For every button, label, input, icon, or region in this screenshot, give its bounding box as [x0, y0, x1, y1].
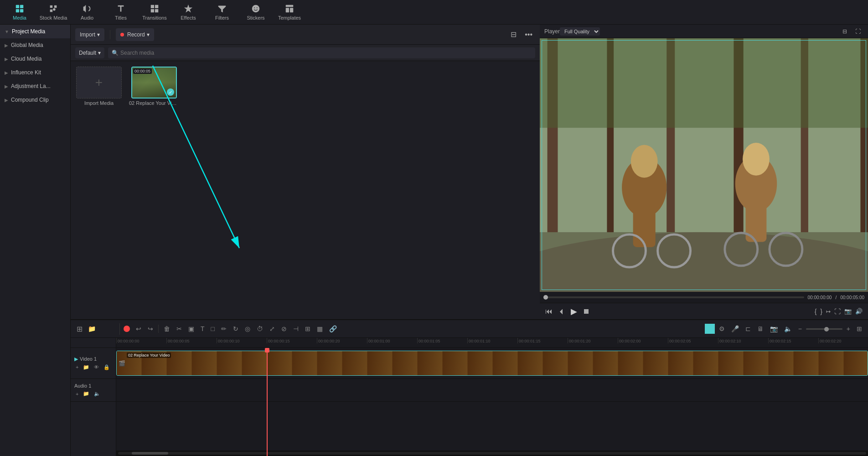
filter-icon-button[interactable]: ⊟: [508, 29, 519, 40]
link-button[interactable]: 🔗: [327, 324, 339, 334]
text-button[interactable]: T: [198, 324, 207, 334]
record-button[interactable]: Record ▾: [116, 28, 154, 41]
time-button[interactable]: ⏱: [254, 324, 265, 334]
delete-button[interactable]: 🗑: [161, 324, 172, 334]
green-tool-button[interactable]: [705, 324, 715, 334]
scroll-track[interactable]: [118, 452, 866, 455]
scroll-thumb[interactable]: [132, 452, 168, 455]
folder-button[interactable]: 📁: [86, 324, 98, 334]
timeline-scrollbar[interactable]: [116, 451, 868, 456]
step-back-button[interactable]: ⏮: [545, 307, 553, 316]
cyan-arrow-annotation: [98, 61, 280, 271]
timeline-ruler[interactable]: 00:00:00:00 00:00:00:05 00:00:00:10 00:0…: [116, 338, 868, 348]
bracket-right-button[interactable]: }: [820, 308, 822, 315]
nav-templates[interactable]: Templates: [274, 1, 305, 23]
nav-filters[interactable]: Filters: [206, 1, 238, 23]
fullscreen-button[interactable]: ⛶: [834, 308, 841, 315]
trim-button[interactable]: ↦: [826, 308, 831, 315]
redo-button[interactable]: ↪: [145, 324, 155, 334]
svg-point-6: [257, 7, 258, 8]
video-track-folder-button[interactable]: 📁: [82, 364, 91, 371]
zoom-out-button[interactable]: −: [796, 324, 804, 334]
video-track-indicator: ▶: [74, 356, 78, 362]
settings-button[interactable]: ⚙: [717, 324, 727, 334]
sidebar-item-project-media[interactable]: ▼ Project Media: [0, 25, 70, 38]
timeline-empty-space: [116, 402, 868, 456]
resize-button[interactable]: ⤢: [267, 324, 277, 334]
detach-button[interactable]: ⊞: [303, 324, 313, 334]
nav-stickers[interactable]: Stickers: [240, 1, 272, 23]
grid-view-button[interactable]: ⊞: [854, 324, 864, 334]
rect-button[interactable]: □: [209, 324, 217, 334]
sidebar-item-compound-clip[interactable]: ▶ Compound Clip: [0, 93, 70, 107]
expand-icon-button[interactable]: ⛶: [852, 27, 863, 36]
video-clip[interactable]: 🎬 02 Replace Your Video: [116, 351, 868, 376]
main-area: ▼ Project Media ▶ Global Media ▶ Cloud M…: [0, 25, 868, 456]
search-box[interactable]: 🔍: [108, 47, 535, 58]
stop-button[interactable]: ⏹: [583, 307, 590, 316]
play-button[interactable]: ▶: [571, 306, 577, 316]
audio-track-folder-button[interactable]: 📁: [82, 390, 91, 397]
divider: [110, 30, 110, 39]
video-track-label: ▶ Video 1 + 📁 👁 🔒: [71, 348, 116, 379]
player-progress[interactable]: 00:00:00:00 / 00:00:05:00: [540, 292, 868, 303]
audio-track[interactable]: [116, 379, 868, 402]
film-icon: 🎬: [119, 360, 125, 367]
crop-button[interactable]: ▣: [186, 324, 196, 334]
progress-handle[interactable]: [543, 295, 548, 300]
nav-effects[interactable]: Effects: [172, 1, 204, 23]
sidebar-item-adjustment-layer[interactable]: ▶ Adjustment La...: [0, 79, 70, 93]
audio-track-label: Audio 1 + 📁 🔈: [71, 379, 116, 402]
minimize-icon-button[interactable]: ⊟: [840, 27, 850, 36]
import-button[interactable]: Import ▾: [75, 28, 104, 41]
nav-stock-media[interactable]: Stock Media: [37, 1, 69, 23]
video-track[interactable]: 🎬 02 Replace Your Video: [116, 348, 868, 379]
stabilize-button[interactable]: ⊘: [279, 324, 289, 334]
toolbar-right: ⊟ •••: [508, 29, 535, 40]
tick-13: 00:00:02:15: [768, 338, 818, 343]
import-media-item[interactable]: + Import Media: [76, 67, 122, 106]
volume-button[interactable]: 🔊: [855, 308, 863, 315]
sidebar-item-global-media[interactable]: ▶ Global Media: [0, 38, 70, 52]
video-track-lock-button[interactable]: 🔒: [102, 364, 111, 371]
split-button[interactable]: ⊣: [291, 324, 301, 334]
frame-back-button[interactable]: ⏴: [558, 307, 565, 316]
nav-media[interactable]: Media: [4, 1, 36, 23]
zoom-track[interactable]: [806, 328, 842, 330]
more-options-button[interactable]: •••: [522, 29, 535, 40]
media-clip-item[interactable]: 00:00:05 ✓ 02 Replace Your Video: [129, 67, 179, 106]
volume-tl-button[interactable]: 🔈: [782, 324, 794, 334]
undo-button[interactable]: ↩: [134, 324, 144, 334]
screenshot-button[interactable]: 📷: [844, 308, 852, 315]
quality-select[interactable]: Full Quality: [560, 27, 600, 36]
search-input[interactable]: [120, 50, 532, 56]
sort-dropdown[interactable]: Default ▾: [75, 47, 104, 58]
bracket-left-button[interactable]: {: [815, 308, 817, 315]
cut-button[interactable]: ✂: [174, 324, 184, 334]
audio-track-add-button[interactable]: +: [74, 390, 80, 397]
camera-button[interactable]: 📷: [768, 324, 780, 334]
color-button[interactable]: ◎: [243, 324, 253, 334]
mic-button[interactable]: 🎤: [729, 324, 741, 334]
progress-track[interactable]: [543, 296, 804, 298]
video-track-add-button[interactable]: +: [74, 364, 80, 371]
pen-button[interactable]: ✏: [219, 324, 229, 334]
export-button[interactable]: ⊏: [743, 324, 753, 334]
nav-audio[interactable]: Audio: [71, 1, 103, 23]
zoom-in-button[interactable]: +: [844, 324, 852, 334]
video-track-eye-button[interactable]: 👁: [93, 364, 100, 371]
audio-track-speaker-button[interactable]: 🔈: [93, 390, 102, 397]
nav-transitions[interactable]: Transitions: [139, 1, 170, 23]
timeline-right-tools: ⚙ 🎤 ⊏ 🖥 📷 🔈 − + ⊞: [705, 324, 864, 334]
rotate-button[interactable]: ↻: [231, 324, 241, 334]
sidebar-item-cloud-media[interactable]: ▶ Cloud Media: [0, 52, 70, 66]
nav-titles[interactable]: Titles: [105, 1, 137, 23]
zoom-slider[interactable]: [806, 328, 842, 330]
clip-check-icon: ✓: [167, 88, 174, 96]
zoom-handle[interactable]: [824, 327, 829, 332]
track-labels: ▶ Video 1 + 📁 👁 🔒 Audio 1: [71, 338, 116, 456]
monitor-button[interactable]: 🖥: [755, 324, 766, 334]
group-button[interactable]: ▦: [315, 324, 325, 334]
sidebar-item-influence-kit[interactable]: ▶ Influence Kit: [0, 66, 70, 79]
add-track-button[interactable]: ⊞: [74, 323, 85, 335]
